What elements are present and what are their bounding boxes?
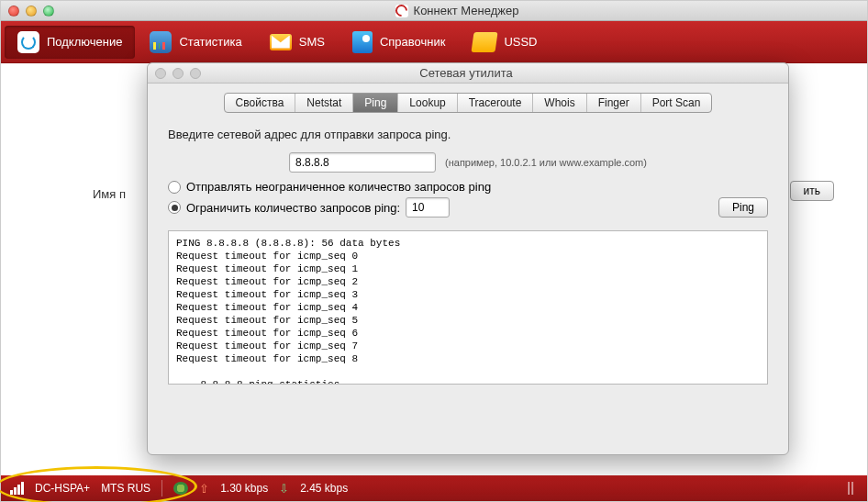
sms-icon xyxy=(270,34,292,50)
tab-netstat[interactable]: Netstat xyxy=(295,94,353,112)
network-activity-icon xyxy=(173,482,188,495)
address-hint: (например, 10.0.2.1 или www.example.com) xyxy=(445,157,647,168)
tab-ping[interactable]: Ping xyxy=(353,94,398,112)
radio-limited[interactable] xyxy=(168,201,181,214)
tab-stats-label: Статистика xyxy=(179,35,241,49)
download-arrow-icon: ⇩ xyxy=(279,482,289,496)
window-controls xyxy=(8,6,54,17)
close-icon[interactable] xyxy=(8,6,19,17)
tab-sms-label: SMS xyxy=(299,35,325,49)
tab-portscan[interactable]: Port Scan xyxy=(641,94,712,112)
truncated-button[interactable]: ить xyxy=(790,181,834,201)
upload-arrow-icon: ⇧ xyxy=(199,482,209,496)
name-label-fragment: Имя п xyxy=(93,187,126,201)
ping-count-input[interactable] xyxy=(406,197,450,218)
main-title-text: Коннект Менеджер xyxy=(414,4,519,17)
tab-sms[interactable]: SMS xyxy=(257,28,338,56)
tab-info[interactable]: Свойства xyxy=(225,94,296,112)
util-close-icon[interactable] xyxy=(155,68,166,79)
connect-icon xyxy=(17,31,39,53)
tab-lookup[interactable]: Lookup xyxy=(398,94,457,112)
ping-output[interactable]: PING 8.8.8.8 (8.8.8.8): 56 data bytes Re… xyxy=(168,230,768,385)
tab-connect-label: Подключение xyxy=(47,35,122,49)
address-row: (например, 10.0.2.1 или www.example.com) xyxy=(168,152,768,173)
main-toolbar: Подключение Статистика SMS Справочник US… xyxy=(1,21,867,62)
minimize-icon[interactable] xyxy=(26,6,37,17)
util-title-text: Сетевая утилита xyxy=(201,66,731,80)
upload-rate: 1.30 kbps xyxy=(220,482,268,495)
tab-ussd[interactable]: USSD xyxy=(460,27,550,58)
tab-directory[interactable]: Справочник xyxy=(339,26,459,59)
ping-button[interactable]: Ping xyxy=(718,197,768,218)
zoom-icon[interactable] xyxy=(43,6,54,17)
signal-icon xyxy=(10,482,24,495)
ping-address-input[interactable] xyxy=(289,152,436,173)
tab-stats[interactable]: Статистика xyxy=(137,26,254,59)
statusbar-grip-icon xyxy=(840,482,858,495)
tab-ussd-label: USSD xyxy=(504,35,537,49)
directory-icon xyxy=(352,31,373,53)
app-logo-icon xyxy=(395,5,408,17)
stats-icon xyxy=(150,31,172,53)
download-rate: 2.45 kbps xyxy=(300,482,348,495)
network-type: DC-HSPA+ xyxy=(35,482,90,495)
main-title: Коннект Менеджер xyxy=(54,4,860,17)
tab-connect[interactable]: Подключение xyxy=(5,26,135,59)
operator-name: MTS RUS xyxy=(101,482,150,495)
tab-finger[interactable]: Finger xyxy=(587,94,641,112)
util-titlebar: Сетевая утилита xyxy=(148,63,788,84)
tab-whois[interactable]: Whois xyxy=(533,94,586,112)
statusbar: DC-HSPA+ MTS RUS ⇧ 1.30 kbps ⇩ 2.45 kbps xyxy=(1,475,867,501)
util-tabs: Свойства Netstat Ping Lookup Traceroute … xyxy=(224,93,713,113)
util-minimize-icon[interactable] xyxy=(172,68,184,79)
tab-traceroute[interactable]: Traceroute xyxy=(458,94,534,112)
util-window-controls xyxy=(155,68,201,79)
ussd-icon xyxy=(472,32,498,52)
option-limited-label: Ограничить количество запросов ping: xyxy=(186,201,400,215)
option-unlimited-row[interactable]: Отправлять неограниченное количество зап… xyxy=(168,180,768,194)
separator xyxy=(161,480,162,496)
option-unlimited-label: Отправлять неограниченное количество зап… xyxy=(186,180,491,194)
util-body: Введите сетевой адрес для отправки запро… xyxy=(148,128,788,385)
tab-directory-label: Справочник xyxy=(380,35,446,49)
radio-unlimited[interactable] xyxy=(168,181,181,194)
ping-prompt: Введите сетевой адрес для отправки запро… xyxy=(168,128,768,141)
main-titlebar: Коннект Менеджер xyxy=(1,1,867,21)
util-zoom-icon[interactable] xyxy=(190,68,201,79)
util-tabbar: Свойства Netstat Ping Lookup Traceroute … xyxy=(148,84,788,124)
network-utility-window: Сетевая утилита Свойства Netstat Ping Lo… xyxy=(147,62,789,455)
